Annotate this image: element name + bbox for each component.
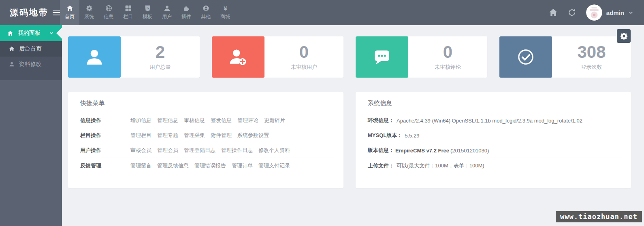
stat-card-unaudited-users: 0未审核用户 xyxy=(212,36,343,78)
nav-tab-plugin[interactable]: 插件 xyxy=(177,0,196,25)
quick-link[interactable]: 附件管理 xyxy=(211,132,232,139)
nav-tab-column[interactable]: 栏目 xyxy=(118,0,138,25)
grid-icon xyxy=(125,5,132,12)
system-info-value: 可以(最大文件：100M，表单：100M) xyxy=(397,162,484,169)
quick-link[interactable]: 签发信息 xyxy=(211,117,232,124)
menu-toggle-icon[interactable] xyxy=(53,8,60,17)
nav-tab-other[interactable]: 其他 xyxy=(196,0,215,25)
quick-link[interactable]: 增加信息 xyxy=(130,117,151,124)
sidebar-menu: 后台首页资料修改 xyxy=(0,41,62,80)
home-icon[interactable] xyxy=(549,8,558,17)
quick-link[interactable]: 管理支付记录 xyxy=(258,162,290,169)
quick-link[interactable]: 管理登陆日志 xyxy=(184,147,215,154)
stat-card-body: 2用户总量 xyxy=(121,36,200,78)
topbar: 源码地带 首页系统信息栏目5模板用户插件其他¥商城 admin xyxy=(0,0,644,25)
stat-card-unaudited-comments: 0未审核评论 xyxy=(356,36,487,78)
quick-link[interactable]: 管理会员 xyxy=(157,147,178,154)
stat-card-body: 0未审核评论 xyxy=(408,36,487,78)
user-icon xyxy=(68,36,121,78)
chevron-down-icon xyxy=(49,31,54,36)
sidebar: 我的面板 后台首页资料修改 xyxy=(0,25,62,226)
quick-link[interactable]: 审核会员 xyxy=(130,147,151,154)
system-info-label: MYSQL版本： xyxy=(368,132,402,139)
quick-link[interactable]: 管理评论 xyxy=(237,117,258,124)
quick-menu-row-label: 反馈管理 xyxy=(80,162,130,169)
home-icon xyxy=(7,30,13,36)
stat-label: 未审核评论 xyxy=(435,63,461,71)
refresh-icon[interactable] xyxy=(567,8,576,17)
gears-icon xyxy=(86,5,93,12)
quick-link[interactable]: 管理专题 xyxy=(157,132,178,139)
sidebar-item-admin-home[interactable]: 后台首页 xyxy=(0,41,62,57)
sidebar-item-label: 资料修改 xyxy=(19,61,42,68)
quick-menu-links: 审核会员管理会员管理登陆日志管理操作日志修改个人资料 xyxy=(130,147,290,154)
stat-card-login-count: 308登录次数 xyxy=(499,36,631,78)
sidebar-item-label: 后台首页 xyxy=(19,45,42,53)
quick-link[interactable]: 管理反馈信息 xyxy=(157,162,189,169)
comment-icon xyxy=(356,36,408,78)
stat-card-body: 0未审核用户 xyxy=(264,36,343,78)
svg-text:5: 5 xyxy=(146,6,148,10)
user-plus-icon xyxy=(212,36,264,78)
system-info-label: 上传文件： xyxy=(368,162,394,169)
sidebar-header-my-panel[interactable]: 我的面板 xyxy=(0,25,62,41)
chevron-down-icon xyxy=(628,10,633,15)
quick-link[interactable]: 管理操作日志 xyxy=(221,147,253,154)
nav-tab-template[interactable]: 5模板 xyxy=(138,0,157,25)
quick-link[interactable]: 管理订单 xyxy=(232,162,253,169)
system-info-label: 版本信息： xyxy=(368,147,394,154)
stats-cards: 2用户总量0未审核用户0未审核评论308登录次数 xyxy=(68,36,631,78)
nav-tab-label: 首页 xyxy=(65,13,75,20)
stat-card-total-users: 2用户总量 xyxy=(68,36,200,78)
quick-menu-row-label: 栏目操作 xyxy=(80,132,130,139)
sidebar-item-profile-edit[interactable]: 资料修改 xyxy=(0,57,62,72)
globe-icon xyxy=(105,5,112,12)
quick-menu-row: 信息操作增加信息管理信息审核信息签发信息管理评论更新碎片 xyxy=(79,113,333,128)
panels: 快捷菜单 信息操作增加信息管理信息审核信息签发信息管理评论更新碎片栏目操作管理栏… xyxy=(68,92,631,188)
quick-link[interactable]: 系统参数设置 xyxy=(237,132,269,139)
system-info-row: 上传文件：可以(最大文件：100M，表单：100M) xyxy=(366,158,621,173)
quick-link[interactable]: 管理采集 xyxy=(184,132,205,139)
quick-link[interactable]: 修改个人资料 xyxy=(258,147,290,154)
system-info-panel: 系统信息 环境信息：Apache/2.4.39 (Win64) OpenSSL/… xyxy=(356,92,631,188)
stat-value: 2 xyxy=(156,44,165,61)
quick-link[interactable]: 更新碎片 xyxy=(264,117,285,124)
settings-gear-button[interactable] xyxy=(617,29,631,43)
nav-tab-shop[interactable]: ¥商城 xyxy=(215,0,235,25)
quick-link[interactable]: 管理栏目 xyxy=(130,132,151,139)
quick-menu-links: 管理留言管理反馈信息管理错误报告管理订单管理支付记录 xyxy=(130,162,290,169)
system-info-row: MYSQL版本：5.5.29 xyxy=(366,128,621,143)
nav-tab-system[interactable]: 系统 xyxy=(79,0,99,25)
nav-tab-label: 系统 xyxy=(84,13,94,20)
user-menu[interactable]: admin xyxy=(586,4,633,21)
system-info-row: 版本信息：EmpireCMS v7.2 Free (201501201030) xyxy=(366,143,621,158)
quick-menu-row-label: 用户操作 xyxy=(80,147,130,154)
home-icon xyxy=(66,5,73,12)
nav-tab-user[interactable]: 用户 xyxy=(157,0,177,25)
quick-link[interactable]: 管理信息 xyxy=(157,117,178,124)
nav-tab-info[interactable]: 信息 xyxy=(99,0,118,25)
username: admin xyxy=(606,9,624,16)
quick-link[interactable]: 审核信息 xyxy=(184,117,205,124)
quick-link[interactable]: 管理错误报告 xyxy=(194,162,226,169)
active-arrow-notch xyxy=(56,27,62,39)
nav-tab-label: 模板 xyxy=(143,13,152,20)
nav-tab-home[interactable]: 首页 xyxy=(60,0,79,25)
stat-label: 用户总量 xyxy=(150,63,171,71)
watermark: www.tiaozhuan.net xyxy=(556,211,642,222)
nav-tab-label: 信息 xyxy=(104,13,113,20)
stat-label: 登录次数 xyxy=(581,63,602,71)
system-info-title: 系统信息 xyxy=(366,92,621,113)
quick-menu-panel: 快捷菜单 信息操作增加信息管理信息审核信息签发信息管理评论更新碎片栏目操作管理栏… xyxy=(68,92,343,188)
home-icon xyxy=(9,46,15,52)
quick-link[interactable]: 管理留言 xyxy=(130,162,151,169)
quick-menu-title: 快捷菜单 xyxy=(79,92,333,113)
quick-menu-row: 用户操作审核会员管理会员管理登陆日志管理操作日志修改个人资料 xyxy=(79,143,333,158)
system-info-label: 环境信息： xyxy=(368,117,394,124)
nav-tab-label: 插件 xyxy=(181,13,191,20)
system-info-row: 环境信息：Apache/2.4.39 (Win64) OpenSSL/1.1.1… xyxy=(366,113,621,128)
topbar-right: admin xyxy=(549,0,644,25)
check-circle-icon xyxy=(499,36,552,78)
quick-menu-row-label: 信息操作 xyxy=(80,117,130,124)
system-info-value: Apache/2.4.39 (Win64) OpenSSL/1.1.1b mod… xyxy=(397,118,582,124)
